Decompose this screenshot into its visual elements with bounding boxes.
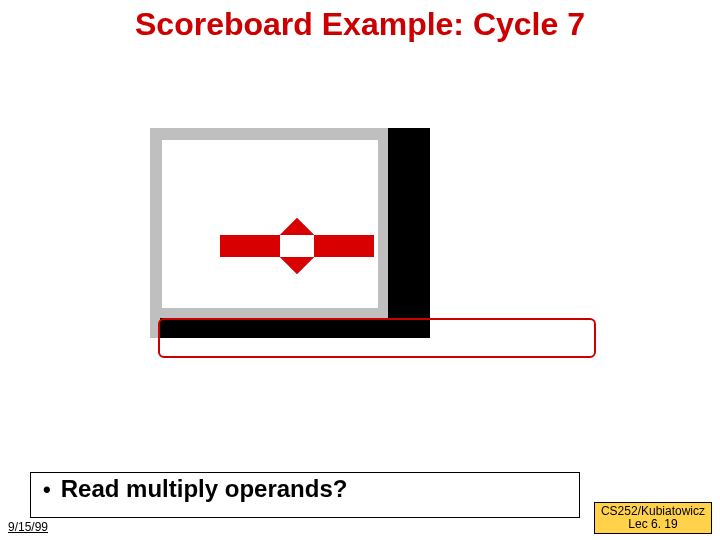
bullet-dot-icon: • — [43, 479, 51, 501]
bullet-text: Read multiply operands? — [61, 475, 348, 503]
bullet-line: • Read multiply operands? — [39, 475, 571, 503]
svg-rect-0 — [220, 235, 250, 257]
slide: Scoreboard Example: Cycle 7 • Read multi… — [0, 0, 720, 540]
placeholder-inner — [162, 140, 378, 308]
footer-date: 9/15/99 — [8, 520, 48, 534]
svg-rect-1 — [344, 235, 374, 257]
broken-image-icon — [220, 206, 374, 286]
highlight-outline — [158, 318, 596, 358]
footer-lecture: Lec 6. 19 — [601, 518, 705, 531]
footer-course-box: CS252/Kubiatowicz Lec 6. 19 — [594, 502, 712, 534]
footer-course: CS252/Kubiatowicz — [601, 505, 705, 518]
slide-title: Scoreboard Example: Cycle 7 — [0, 6, 720, 43]
bullet-box: • Read multiply operands? — [30, 472, 580, 518]
placeholder-right-bar — [388, 128, 430, 338]
image-placeholder — [150, 128, 430, 338]
